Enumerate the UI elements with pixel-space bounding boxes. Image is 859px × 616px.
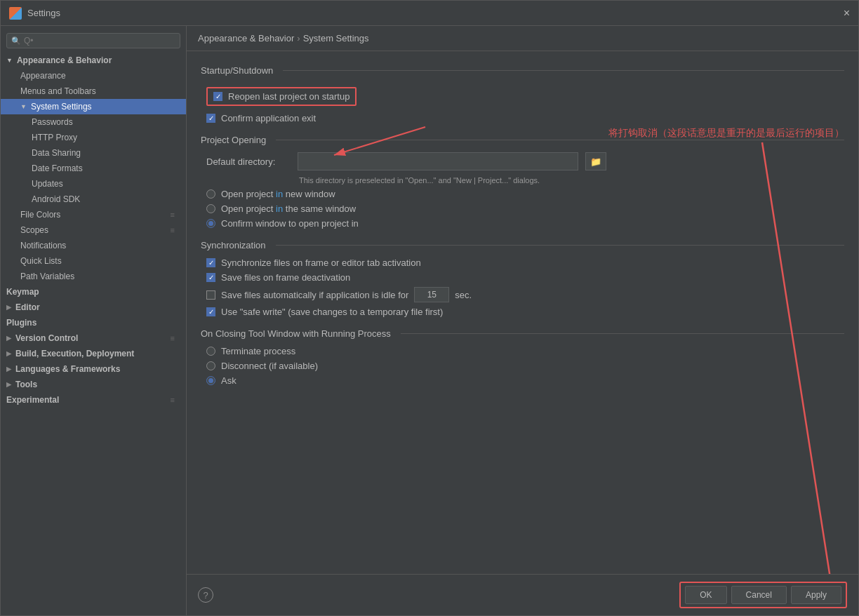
main-panel: Appearance & Behavior › System Settings … xyxy=(187,26,858,615)
sidebar-label: Tools xyxy=(15,380,37,389)
open-new-window-radio[interactable] xyxy=(206,189,215,199)
apply-button[interactable]: Apply xyxy=(791,586,841,604)
sidebar-label: Data Sharing xyxy=(32,148,81,158)
version-control-icon: ≡ xyxy=(171,334,175,342)
sync-files-label: Synchronize files on frame or editor tab… xyxy=(221,257,421,268)
sidebar-item-passwords[interactable]: Passwords xyxy=(1,114,186,130)
sidebar-item-plugins[interactable]: Plugins xyxy=(1,315,186,330)
confirm-window-row: Confirm window to open project in xyxy=(206,218,844,229)
sidebar-item-appearance[interactable]: Appearance xyxy=(1,68,186,83)
sidebar-item-system-settings[interactable]: ▼ System Settings xyxy=(1,99,186,114)
sidebar-item-tools[interactable]: ▶ Tools xyxy=(1,377,186,392)
sidebar: 🔍 ▼ Appearance & Behavior Appearance Men… xyxy=(1,26,187,615)
sidebar-label: File Colors xyxy=(20,210,60,220)
expand-icon: ▶ xyxy=(6,350,11,357)
sidebar-item-menus-toolbars[interactable]: Menus and Toolbars xyxy=(1,83,186,99)
safe-write-checkbox[interactable] xyxy=(206,307,215,316)
confirm-exit-checkbox[interactable] xyxy=(206,114,215,123)
sidebar-item-file-colors[interactable]: File Colors ≡ xyxy=(1,207,186,222)
sidebar-item-http-proxy[interactable]: HTTP Proxy xyxy=(1,130,186,145)
sidebar-label: Date Formats xyxy=(32,163,83,173)
titlebar: Settings × xyxy=(1,1,858,26)
confirm-exit-row: Confirm application exit xyxy=(206,113,844,123)
disconnect-row: Disconnect (if available) xyxy=(206,361,844,371)
open-new-window-row: Open project in new window xyxy=(206,189,844,199)
expand-icon: ▼ xyxy=(20,103,27,110)
ask-row: Ask xyxy=(206,375,844,386)
sidebar-item-data-sharing[interactable]: Data Sharing xyxy=(1,145,186,161)
save-frame-label: Save files on frame deactivation xyxy=(221,272,350,283)
terminate-label: Terminate process xyxy=(221,346,295,356)
reopen-project-checkbox[interactable] xyxy=(213,92,222,101)
cancel-button[interactable]: Cancel xyxy=(731,586,787,604)
save-auto-row: Save files automatically if application … xyxy=(206,287,844,302)
sync-files-row: Synchronize files on frame or editor tab… xyxy=(206,257,844,268)
sidebar-item-build-execution[interactable]: ▶ Build, Execution, Deployment xyxy=(1,346,186,361)
closing-section-header: On Closing Tool Window with Running Proc… xyxy=(201,328,844,339)
ok-button[interactable]: OK xyxy=(685,586,726,604)
help-button[interactable]: ? xyxy=(198,587,213,603)
sidebar-label: Scopes xyxy=(20,225,48,235)
save-auto-checkbox[interactable] xyxy=(206,290,215,300)
close-button[interactable]: × xyxy=(844,7,850,20)
sidebar-item-updates[interactable]: Updates xyxy=(1,176,186,192)
reopen-project-highlighted-row: Reopen last project on startup xyxy=(206,87,357,106)
sidebar-item-scopes[interactable]: Scopes ≡ xyxy=(1,222,186,238)
open-same-window-radio[interactable] xyxy=(206,204,215,213)
search-box[interactable]: 🔍 xyxy=(6,33,180,48)
sidebar-item-version-control[interactable]: ▶ Version Control ≡ xyxy=(1,330,186,346)
sync-files-checkbox[interactable] xyxy=(206,258,215,267)
default-directory-input[interactable] xyxy=(298,152,578,170)
disconnect-label: Disconnect (if available) xyxy=(221,361,318,371)
settings-content: Startup/Shutdown Reopen last project on … xyxy=(187,51,858,574)
sidebar-label: Notifications xyxy=(20,241,66,250)
sidebar-item-languages-frameworks[interactable]: ▶ Languages & Frameworks xyxy=(1,361,186,377)
search-input[interactable] xyxy=(24,36,175,46)
idle-seconds-input[interactable] xyxy=(414,287,449,302)
save-frame-checkbox[interactable] xyxy=(206,273,215,282)
window-title: Settings xyxy=(27,8,60,18)
sync-section-header: Synchronization xyxy=(201,240,844,250)
sidebar-label: Quick Lists xyxy=(20,256,62,266)
sidebar-label: Build, Execution, Deployment xyxy=(15,349,134,359)
sidebar-item-appearance-behavior[interactable]: ▼ Appearance & Behavior xyxy=(1,53,186,68)
terminate-radio[interactable] xyxy=(206,347,215,356)
sidebar-label: Version Control xyxy=(15,333,78,343)
disconnect-radio[interactable] xyxy=(206,361,215,370)
titlebar-left: Settings xyxy=(9,7,60,20)
default-directory-row: Default directory: 📁 xyxy=(206,152,844,170)
breadcrumb-part2: System Settings xyxy=(303,33,369,43)
open-same-window-row: Open project in the same window xyxy=(206,203,844,214)
sidebar-item-experimental[interactable]: Experimental ≡ xyxy=(1,392,186,408)
sidebar-label: HTTP Proxy xyxy=(32,133,77,142)
directory-hint: This directory is preselected in "Open..… xyxy=(299,176,844,185)
settings-window: Settings × 🔍 ▼ Appearance & Behavior App… xyxy=(0,0,859,616)
confirm-window-radio[interactable] xyxy=(206,219,215,228)
main-layout: 🔍 ▼ Appearance & Behavior Appearance Men… xyxy=(1,26,858,615)
sidebar-item-notifications[interactable]: Notifications xyxy=(1,238,186,253)
sidebar-item-editor[interactable]: ▶ Editor xyxy=(1,300,186,315)
sidebar-item-keymap[interactable]: Keymap xyxy=(1,284,186,300)
scopes-icon: ≡ xyxy=(171,226,175,234)
breadcrumb: Appearance & Behavior › System Settings xyxy=(187,26,858,51)
sidebar-item-path-variables[interactable]: Path Variables xyxy=(1,269,186,284)
browse-button[interactable]: 📁 xyxy=(585,152,606,170)
sidebar-item-date-formats[interactable]: Date Formats xyxy=(1,161,186,176)
sidebar-label: Path Variables xyxy=(20,272,74,281)
confirm-exit-label: Confirm application exit xyxy=(221,113,316,123)
default-directory-label: Default directory: xyxy=(206,156,291,167)
expand-icon: ▶ xyxy=(6,335,11,342)
breadcrumb-sep: › xyxy=(297,33,300,43)
sidebar-label: Plugins xyxy=(6,318,36,328)
sidebar-item-quick-lists[interactable]: Quick Lists xyxy=(1,253,186,269)
safe-write-label: Use "safe write" (save changes to a temp… xyxy=(221,307,443,317)
open-same-window-label: Open project in the same window xyxy=(221,203,356,214)
reopen-project-label: Reopen last project on startup xyxy=(228,91,349,102)
confirm-window-label: Confirm window to open project in xyxy=(221,218,359,229)
ask-radio[interactable] xyxy=(206,376,215,385)
search-icon: 🔍 xyxy=(11,36,21,46)
sidebar-label: Menus and Toolbars xyxy=(20,86,96,96)
bottom-bar: ? OK Cancel Apply xyxy=(187,574,858,615)
folder-icon: 📁 xyxy=(590,156,601,167)
sidebar-item-android-sdk[interactable]: Android SDK xyxy=(1,192,186,207)
